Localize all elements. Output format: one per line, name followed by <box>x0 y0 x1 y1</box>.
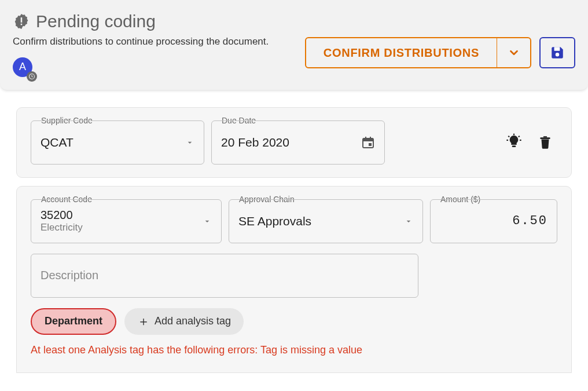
svg-line-13 <box>519 136 520 137</box>
clock-icon <box>27 71 37 82</box>
header-left: Pending coding Confirm distributions to … <box>13 12 291 79</box>
distribution-card: Account Code 35200 Electricity Approval … <box>16 186 572 373</box>
alert-badge-icon <box>13 13 30 30</box>
svg-rect-6 <box>363 138 373 141</box>
add-analysis-tag-button[interactable]: ＋ Add analysis tag <box>124 308 244 335</box>
account-code-name: Electricity <box>41 222 83 233</box>
add-analysis-tag-label: Add analysis tag <box>155 315 231 327</box>
amount-field[interactable]: Amount ($) 6.50 <box>430 199 557 243</box>
dropdown-caret-icon <box>404 217 413 226</box>
svg-rect-8 <box>370 137 371 140</box>
delete-button[interactable] <box>533 130 557 155</box>
supplier-code-field[interactable]: Supplier Code QCAT <box>31 120 204 165</box>
account-code-field[interactable]: Account Code 35200 Electricity <box>31 199 222 243</box>
chevron-down-icon[interactable] <box>497 38 530 67</box>
approval-chain-field[interactable]: Approval Chain SE Approvals <box>229 199 423 243</box>
content: Supplier Code QCAT Due Date 20 Feb 2020 <box>0 90 588 373</box>
account-code-value: 35200 <box>41 209 83 222</box>
dropdown-caret-icon <box>203 217 212 226</box>
analysis-tag-error: At least one Analysis tag has the follow… <box>31 344 557 356</box>
save-button[interactable] <box>539 37 575 68</box>
description-field[interactable]: Description <box>31 254 418 298</box>
confirm-distributions-button[interactable]: CONFIRM DISTRIBUTIONS <box>305 37 531 68</box>
dropdown-caret-icon <box>185 138 194 147</box>
svg-rect-10 <box>512 145 516 147</box>
svg-rect-1 <box>21 24 23 25</box>
svg-rect-0 <box>21 17 23 23</box>
supplier-card: Supplier Code QCAT Due Date 20 Feb 2020 <box>16 107 572 178</box>
amount-value: 6.50 <box>512 214 547 228</box>
svg-point-4 <box>556 53 560 57</box>
page-subtitle: Confirm distributions to continue proces… <box>13 35 291 49</box>
description-placeholder: Description <box>41 269 98 282</box>
avatar-wrap: A <box>13 57 35 79</box>
calendar-icon <box>361 136 375 149</box>
save-icon <box>550 45 565 60</box>
department-tag-chip[interactable]: Department <box>31 308 116 335</box>
suggestions-button[interactable] <box>502 130 526 155</box>
plus-icon: ＋ <box>137 315 150 328</box>
svg-rect-7 <box>365 137 366 140</box>
header-card: Pending coding Confirm distributions to … <box>0 0 588 90</box>
svg-rect-16 <box>540 137 550 139</box>
due-date-value: 20 Feb 2020 <box>221 136 289 149</box>
department-tag-label: Department <box>45 315 102 327</box>
svg-rect-3 <box>554 47 560 51</box>
approval-chain-value: SE Approvals <box>238 214 311 228</box>
page-title: Pending coding <box>36 12 156 31</box>
due-date-field[interactable]: Due Date 20 Feb 2020 <box>211 120 385 165</box>
svg-rect-17 <box>543 136 547 137</box>
trash-icon <box>538 135 553 150</box>
svg-rect-9 <box>369 143 372 146</box>
svg-line-12 <box>508 136 509 137</box>
supplier-code-value: QCAT <box>41 136 74 149</box>
confirm-distributions-label: CONFIRM DISTRIBUTIONS <box>306 38 497 67</box>
lightbulb-icon <box>505 133 523 152</box>
